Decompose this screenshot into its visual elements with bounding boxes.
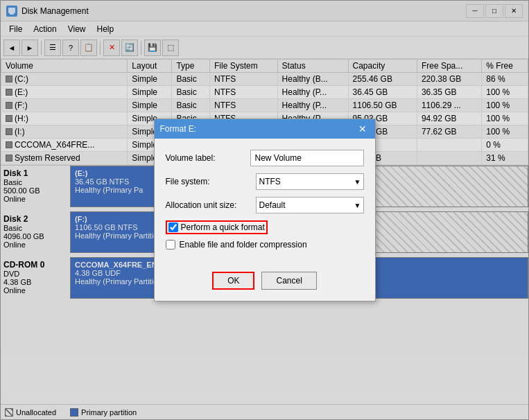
compression-row: Enable file and folder compression xyxy=(166,240,364,250)
volume-label-input[interactable] xyxy=(250,150,364,166)
quick-format-highlight: Perform a quick format xyxy=(166,220,268,234)
format-dialog: Format E: ✕ Volume label: File system: N… xyxy=(154,119,376,301)
modal-buttons: OK Cancel xyxy=(155,266,375,301)
file-system-row: File system: NTFS FAT32 exFAT ▼ xyxy=(166,173,364,190)
alloc-unit-row: Allocation unit size: Default 512 1024 2… xyxy=(166,197,364,213)
ok-button[interactable]: OK xyxy=(212,272,254,290)
file-system-select-wrapper: NTFS FAT32 exFAT ▼ xyxy=(256,173,364,190)
alloc-unit-label: Allocation unit size: xyxy=(166,200,256,210)
alloc-unit-select[interactable]: Default 512 1024 2048 4096 xyxy=(256,197,364,213)
alloc-unit-select-wrapper: Default 512 1024 2048 4096 ▼ xyxy=(256,197,364,213)
quick-format-row: Perform a quick format xyxy=(166,220,364,234)
compression-checkbox[interactable] xyxy=(166,240,175,250)
modal-close-button[interactable]: ✕ xyxy=(356,123,370,134)
file-system-label: File system: xyxy=(166,177,256,186)
volume-label-row: Volume label: xyxy=(166,150,364,166)
file-system-select[interactable]: NTFS FAT32 exFAT xyxy=(256,173,364,190)
modal-titlebar: Format E: ✕ xyxy=(155,119,375,139)
compression-label: Enable file and folder compression xyxy=(180,240,307,250)
volume-label-label: Volume label: xyxy=(166,153,250,163)
quick-format-checkbox[interactable] xyxy=(168,222,178,232)
modal-body: Volume label: File system: NTFS FAT32 ex… xyxy=(155,139,375,266)
cancel-button[interactable]: Cancel xyxy=(261,272,316,290)
quick-format-label: Perform a quick format xyxy=(181,222,265,232)
modal-overlay: Format E: ✕ Volume label: File system: N… xyxy=(0,0,529,420)
modal-title: Format E: xyxy=(160,124,197,134)
